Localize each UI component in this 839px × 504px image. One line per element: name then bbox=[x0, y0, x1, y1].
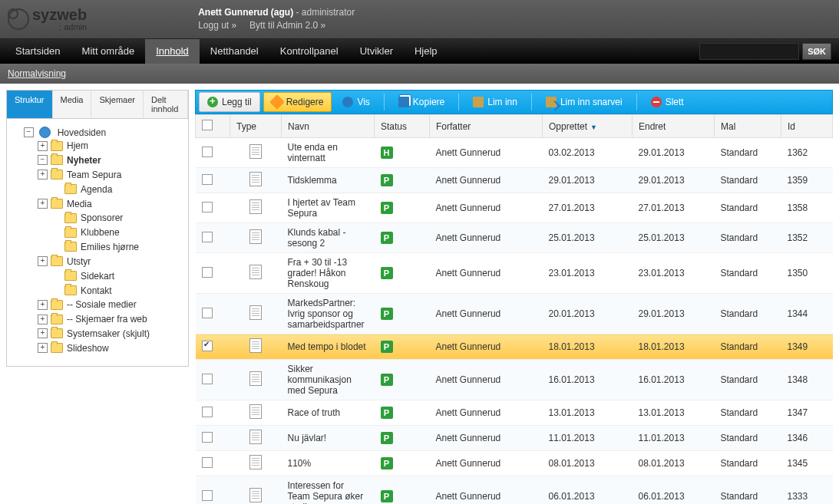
table-row[interactable]: 110%PAnett Gunnerud08.01.201308.01.2013S… bbox=[196, 451, 833, 476]
table-row[interactable]: Ute enda en vinternattHAnett Gunnerud03.… bbox=[196, 138, 833, 168]
select-all-checkbox[interactable] bbox=[202, 120, 213, 130]
table-row[interactable]: Med tempo i blodetPAnett Gunnerud18.01.2… bbox=[196, 334, 833, 360]
logo-text: syzweb bbox=[32, 6, 87, 23]
nav-tab-utvikler[interactable]: Utvikler bbox=[349, 39, 404, 64]
search-input[interactable] bbox=[699, 43, 799, 60]
logout-link[interactable]: Logg ut » bbox=[198, 20, 236, 31]
tree-node[interactable]: Sidekart bbox=[38, 268, 185, 283]
tree-node[interactable]: Kontakt bbox=[38, 283, 185, 298]
row-checkbox[interactable] bbox=[202, 341, 213, 351]
table-row[interactable]: MarkedsPartner: Ivrig sponsor og samarbe… bbox=[196, 294, 833, 334]
col-type[interactable]: Type bbox=[230, 115, 282, 138]
col-modified[interactable]: Endret bbox=[633, 115, 715, 138]
cell-author: Anett Gunnerud bbox=[430, 193, 543, 223]
table-row[interactable]: Sikker kommunikasjon med SepuraPAnett Gu… bbox=[196, 360, 833, 400]
status-badge: P bbox=[381, 432, 393, 444]
tree-root[interactable]: − Hovedsiden +Hjem−Nyheter+Team SepuraAg… bbox=[24, 125, 185, 357]
search-button[interactable]: SØK bbox=[802, 43, 831, 60]
expand-icon[interactable]: + bbox=[38, 315, 48, 324]
toolbar: Legg til Redigere Vis Kopiere Lim inn Li… bbox=[195, 90, 833, 114]
expand-icon[interactable]: + bbox=[38, 141, 48, 151]
col-template[interactable]: Mal bbox=[715, 115, 781, 138]
table-row[interactable]: Race of truthPAnett Gunnerud13.01.201313… bbox=[196, 400, 833, 426]
tree-node[interactable]: +-- Skjemaer fra web bbox=[38, 311, 185, 326]
row-checkbox[interactable] bbox=[202, 407, 213, 417]
col-status[interactable]: Status bbox=[375, 115, 430, 138]
tree-node[interactable]: Sponsorer bbox=[38, 210, 185, 225]
user-role: administrator bbox=[302, 7, 355, 18]
row-checkbox[interactable] bbox=[202, 308, 213, 318]
tree-node[interactable]: +-- Sosiale medier bbox=[38, 297, 185, 311]
tree-node[interactable]: +Systemsaker (skjult) bbox=[38, 326, 185, 341]
paste-button[interactable]: Lim inn bbox=[465, 93, 525, 111]
normalvisning-link[interactable]: Normalvisning bbox=[8, 68, 66, 79]
sidebar-tab-delt-innhold[interactable]: Delt innhold bbox=[144, 91, 188, 118]
tree-node[interactable]: +Media bbox=[38, 196, 185, 211]
cell-created: 27.01.2013 bbox=[543, 193, 633, 223]
cell-created: 25.01.2013 bbox=[543, 223, 633, 253]
status-badge: P bbox=[381, 374, 393, 386]
expand-icon[interactable]: + bbox=[38, 300, 48, 310]
paste-shortcut-button[interactable]: Lim inn snarvei bbox=[538, 93, 630, 111]
col-id[interactable]: Id bbox=[781, 115, 833, 138]
tree-node[interactable]: +Slideshow bbox=[38, 341, 185, 355]
col-author[interactable]: Forfatter bbox=[430, 115, 543, 138]
status-badge: P bbox=[381, 308, 393, 320]
tree-node[interactable]: +Hjem bbox=[38, 138, 185, 153]
table-row[interactable]: Interessen for Team Sepura øker stadigPA… bbox=[196, 476, 833, 505]
cell-modified: 29.01.2013 bbox=[633, 168, 715, 193]
row-checkbox[interactable] bbox=[202, 174, 213, 185]
sidebar-tab-skjemaer[interactable]: Skjemaer bbox=[91, 91, 143, 118]
nav-tab-hjelp[interactable]: Hjelp bbox=[404, 39, 448, 64]
copy-icon bbox=[398, 97, 409, 107]
collapse-icon[interactable]: − bbox=[38, 155, 48, 165]
switch-admin-link[interactable]: Bytt til Admin 2.0 » bbox=[249, 20, 325, 31]
tree-node[interactable]: +Utstyr bbox=[38, 254, 185, 268]
row-checkbox[interactable] bbox=[202, 267, 213, 278]
table-row[interactable]: Fra + 30 til -13 grader! Håkon RenskougP… bbox=[196, 253, 833, 294]
nav-tab-mitt-område[interactable]: Mitt område bbox=[71, 39, 146, 64]
row-checkbox[interactable] bbox=[202, 490, 213, 501]
row-checkbox[interactable] bbox=[202, 457, 213, 468]
expand-icon[interactable]: + bbox=[38, 328, 48, 338]
nav-tab-kontrollpanel[interactable]: Kontrollpanel bbox=[269, 39, 349, 64]
delete-button[interactable]: Slett bbox=[643, 93, 692, 111]
nav-tab-startsiden[interactable]: Startsiden bbox=[5, 39, 71, 64]
sidebar-tab-media[interactable]: Media bbox=[53, 91, 92, 118]
nav-tab-netthandel[interactable]: Netthandel bbox=[200, 39, 269, 64]
copy-button[interactable]: Kopiere bbox=[391, 93, 452, 111]
globe-icon bbox=[39, 127, 51, 138]
view-button[interactable]: Vis bbox=[335, 93, 377, 111]
table-row[interactable]: Nu jävlar!PAnett Gunnerud11.01.201311.01… bbox=[196, 426, 833, 451]
col-name[interactable]: Navn bbox=[282, 115, 375, 138]
row-checkbox[interactable] bbox=[202, 374, 213, 384]
tree-node-label: Agenda bbox=[81, 184, 112, 195]
row-checkbox[interactable] bbox=[202, 147, 213, 157]
add-button[interactable]: Legg til bbox=[199, 92, 260, 112]
table-row[interactable]: Klunds kabal - sesong 2PAnett Gunnerud25… bbox=[196, 223, 833, 253]
cell-name: Race of truth bbox=[282, 400, 375, 426]
sidebar-tab-struktur[interactable]: Struktur bbox=[7, 91, 53, 118]
row-checkbox[interactable] bbox=[202, 432, 213, 443]
cell-id: 1350 bbox=[781, 253, 833, 294]
row-checkbox[interactable] bbox=[202, 232, 213, 242]
table-row[interactable]: I hjertet av Team SepuraPAnett Gunnerud2… bbox=[196, 193, 833, 223]
nav-tab-innhold[interactable]: Innhold bbox=[145, 39, 200, 64]
col-created[interactable]: Opprettet▼ bbox=[543, 115, 633, 138]
tree-node[interactable]: +Team Sepura bbox=[38, 167, 185, 182]
tree-node[interactable]: −Nyheter bbox=[38, 153, 185, 167]
expand-icon[interactable]: + bbox=[38, 256, 48, 266]
row-checkbox[interactable] bbox=[202, 202, 213, 212]
collapse-icon[interactable]: − bbox=[24, 127, 34, 137]
cell-id: 1347 bbox=[781, 400, 833, 426]
table-row[interactable]: TidsklemmaPAnett Gunnerud29.01.201329.01… bbox=[196, 168, 833, 193]
expand-icon[interactable]: + bbox=[38, 343, 48, 353]
edit-button[interactable]: Redigere bbox=[263, 92, 332, 112]
expand-icon[interactable]: + bbox=[38, 199, 48, 209]
tree-node[interactable]: Agenda bbox=[38, 182, 185, 196]
tree-node[interactable]: Emilies hjørne bbox=[38, 239, 185, 254]
folder-icon bbox=[51, 155, 63, 165]
expand-icon[interactable]: + bbox=[38, 170, 48, 180]
tree-node[interactable]: Klubbene bbox=[38, 225, 185, 239]
folder-icon bbox=[64, 242, 77, 252]
